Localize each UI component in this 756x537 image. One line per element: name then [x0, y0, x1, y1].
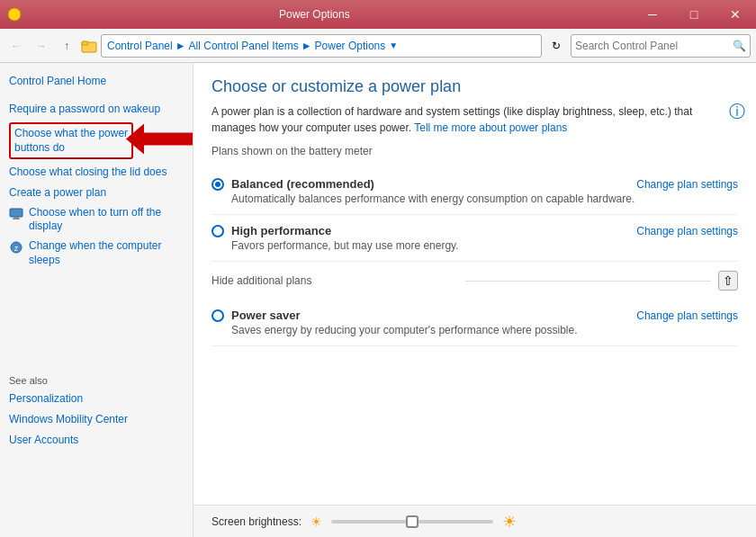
address-bar: ← → ↑ Control Panel ► All Control Panel …: [0, 29, 756, 63]
plan-high-performance-name: High performance: [231, 224, 331, 237]
brightness-label: Screen brightness:: [212, 515, 302, 528]
sidebar-power-buttons[interactable]: Choose what the power buttons do: [14, 126, 128, 157]
change-plan-balanced[interactable]: Change plan settings: [636, 178, 738, 191]
sun-icon-small: ☀: [310, 515, 322, 529]
plan-high-performance: High performance Change plan settings Fa…: [212, 215, 738, 262]
radio-balanced[interactable]: [212, 178, 224, 191]
maximize-button[interactable]: □: [673, 0, 715, 29]
hide-additional-plans: Hide additional plans ⇧: [212, 271, 738, 291]
content-description: A power plan is a collection of hardware…: [212, 103, 738, 136]
back-button[interactable]: ←: [5, 35, 27, 57]
sidebar-power-buttons-highlighted: Choose what the power buttons do: [9, 122, 133, 160]
plan-balanced-desc: Automatically balances performance with …: [231, 192, 738, 205]
sleep-icon: z: [9, 240, 23, 255]
search-icon: 🔍: [733, 40, 746, 52]
change-plan-power-saver[interactable]: Change plan settings: [636, 309, 738, 322]
svg-text:z: z: [14, 244, 19, 253]
sidebar-turn-off-display[interactable]: Choose when to turn off the display: [9, 206, 184, 234]
see-also-label: See also: [9, 375, 184, 386]
breadcrumb-control-panel[interactable]: Control Panel: [107, 40, 173, 52]
title-bar-title: Power Options: [279, 8, 350, 21]
red-arrow: [126, 124, 194, 157]
plan-power-saver-desc: Saves energy by reducing your computer's…: [231, 324, 738, 336]
change-plan-high-performance[interactable]: Change plan settings: [636, 225, 738, 237]
plan-high-performance-desc: Favors performance, but may use more ene…: [231, 239, 738, 252]
hide-label: Hide additional plans: [212, 274, 458, 287]
sidebar-lid[interactable]: Choose what closing the lid does: [9, 165, 184, 180]
plan-power-saver-name: Power saver: [231, 309, 301, 322]
plan-balanced: Balanced (recommended) Change plan setti…: [212, 168, 738, 215]
sun-icon-large: ☀: [502, 512, 517, 532]
monitor-icon: [9, 207, 23, 221]
divider-line: [465, 281, 712, 282]
brightness-slider-thumb[interactable]: [406, 515, 418, 528]
sidebar-control-panel-home[interactable]: Control Panel Home: [9, 74, 184, 89]
sidebar-personalization[interactable]: Personalization: [9, 391, 184, 407]
brightness-slider-track: [331, 520, 493, 524]
sidebar-create-plan[interactable]: Create a power plan: [9, 185, 184, 201]
sidebar: Control Panel Home Require a password on…: [0, 63, 194, 537]
close-button[interactable]: ✕: [715, 0, 756, 29]
address-dropdown-btn[interactable]: ▼: [389, 40, 398, 50]
svg-rect-5: [10, 209, 22, 217]
title-bar-controls: ─ □ ✕: [632, 0, 756, 29]
page-title: Choose or customize a power plan: [212, 77, 738, 96]
plan-power-saver: Power saver Change plan settings Saves e…: [212, 300, 738, 346]
search-input[interactable]: [575, 40, 733, 52]
main-container: Control Panel Home Require a password on…: [0, 63, 756, 537]
svg-text:⚡: ⚡: [9, 9, 21, 21]
battery-meter-label: Plans shown on the battery meter: [212, 145, 738, 157]
sidebar-mobility-center[interactable]: Windows Mobility Center: [9, 412, 184, 427]
sidebar-require-password[interactable]: Require a password on wakeup: [9, 102, 184, 117]
folder-icon: [81, 38, 97, 54]
refresh-button[interactable]: ↻: [545, 35, 567, 57]
svg-rect-7: [13, 219, 20, 219]
svg-marker-4: [126, 124, 194, 155]
radio-high-performance[interactable]: [212, 225, 224, 237]
breadcrumb-all-items[interactable]: All Control Panel Items: [189, 40, 299, 52]
breadcrumb-power-options[interactable]: Power Options: [315, 40, 386, 52]
up-button[interactable]: ↑: [56, 35, 77, 57]
svg-rect-3: [82, 41, 88, 45]
plan-balanced-name: Balanced (recommended): [231, 177, 374, 191]
brightness-bar: Screen brightness: ☀ ☀: [194, 505, 756, 537]
help-icon[interactable]: ⓘ: [729, 101, 745, 122]
svg-rect-6: [14, 217, 19, 219]
title-bar: ⚡ Power Options ─ □ ✕: [0, 0, 756, 29]
learn-more-link[interactable]: Tell me more about power plans: [414, 121, 567, 134]
forward-button[interactable]: →: [31, 35, 52, 57]
app-icon: ⚡: [7, 7, 22, 22]
sidebar-user-accounts[interactable]: User Accounts: [9, 433, 184, 448]
sidebar-power-buttons-wrapper: Choose what the power buttons do: [9, 122, 184, 160]
radio-power-saver[interactable]: [212, 309, 224, 322]
address-path: Control Panel ► All Control Panel Items …: [101, 34, 542, 58]
search-box: 🔍: [571, 34, 751, 58]
hide-collapse-button[interactable]: ⇧: [718, 271, 738, 291]
sidebar-sleep[interactable]: z Change when the computer sleeps: [9, 239, 184, 267]
content-area: ⓘ Choose or customize a power plan A pow…: [194, 63, 756, 537]
minimize-button[interactable]: ─: [632, 0, 673, 29]
